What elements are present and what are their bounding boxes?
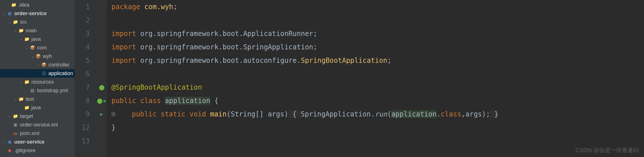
label: order-service — [14, 11, 47, 17]
line-number: 3 — [75, 27, 90, 40]
label: java — [31, 36, 41, 42]
label: .gitignore — [14, 148, 35, 154]
tree-item-iml[interactable]: ▣order-service.iml — [0, 120, 75, 129]
folder-icon: 📁 — [13, 19, 18, 25]
label: com — [37, 45, 47, 51]
iml-icon: ▣ — [13, 122, 18, 128]
line-number: 9 — [75, 107, 90, 121]
label: src — [20, 19, 27, 25]
label: test — [26, 96, 34, 102]
tree-item-main[interactable]: ⌄📁main — [0, 26, 75, 35]
tree-item-wyh[interactable]: ⌄📦wyh — [0, 52, 75, 61]
tree-item-order-service[interactable]: ⌄▣order-service — [0, 9, 75, 18]
module-icon: ▣ — [7, 139, 13, 145]
tree-item-test[interactable]: ⌄📁test — [0, 95, 75, 103]
run-gutter-icon[interactable]: ▶ — [104, 98, 107, 104]
package-icon: 📦 — [30, 45, 35, 51]
label: target — [20, 113, 33, 119]
module-icon: ▣ — [7, 11, 13, 16]
label: wyh — [43, 53, 52, 59]
label: order-service.iml — [20, 122, 58, 128]
label: application — [48, 71, 73, 77]
tree-item-application[interactable]: Ⓒapplication — [0, 69, 75, 78]
line-gutter: 1 2 3 4 5 6 7 8 9 12 13 — [75, 0, 97, 157]
line-number: 5 — [75, 54, 90, 67]
label: resources — [31, 79, 54, 85]
tree-item-controller[interactable]: ›📦controller — [0, 61, 75, 69]
gutter-marks: ⬤ ⬤▶ ▶ — [97, 0, 107, 157]
line-number: 13 — [75, 134, 90, 148]
line-number: 1 — [75, 0, 90, 13]
line-number: 7 — [75, 80, 90, 94]
package-icon: 📦 — [41, 62, 47, 68]
code-editor[interactable]: 1 2 3 4 5 6 7 8 9 12 13 ⬤ ⬤▶ ▶ package c… — [75, 0, 644, 157]
target-folder-icon: 📁 — [13, 113, 18, 119]
label: pom.xml — [20, 130, 39, 136]
tree-item-idea[interactable]: ›📁.idea — [0, 1, 75, 9]
folder-icon: 📁 — [18, 96, 24, 102]
test-folder-icon: 📁 — [24, 105, 30, 110]
watermark: CSDN @你是一块番薯吗 — [575, 146, 639, 154]
folder-icon: 📁 — [11, 2, 17, 8]
line-number: 6 — [75, 67, 90, 80]
fold-icon[interactable]: + — [111, 112, 115, 116]
tree-item-gitignore[interactable]: ◆.gitignore — [0, 146, 75, 155]
spring-gutter-icon[interactable]: ⬤ — [97, 98, 103, 104]
maven-icon: m — [13, 130, 18, 136]
source-folder-icon: 📁 — [24, 36, 30, 42]
class-icon: Ⓒ — [41, 71, 47, 76]
tree-item-src[interactable]: ⌄📁src — [0, 18, 75, 26]
line-number: 8 — [75, 94, 90, 107]
label: .idea — [18, 2, 29, 8]
label: java — [31, 105, 41, 111]
package-icon: 📦 — [35, 53, 41, 59]
line-number: 4 — [75, 40, 90, 54]
run-gutter-icon[interactable]: ▶ — [100, 111, 103, 117]
tree-item-user-service[interactable]: ›▣user-service — [0, 138, 75, 146]
resources-folder-icon: 📁 — [24, 79, 30, 85]
folder-icon: 📁 — [18, 28, 24, 33]
project-tree[interactable]: ›📁.idea ⌄▣order-service ⌄📁src ⌄📁main ⌄📁j… — [0, 0, 75, 157]
git-icon: ◆ — [7, 148, 13, 153]
code-area[interactable]: package com.wyh; import org.springframew… — [107, 0, 644, 157]
tree-item-java[interactable]: ⌄📁java — [0, 35, 75, 43]
tree-item-com[interactable]: ⌄📦com — [0, 43, 75, 52]
label: main — [26, 28, 37, 34]
tree-item-resources[interactable]: ⌄📁resources — [0, 78, 75, 86]
tree-item-pom[interactable]: mpom.xml — [0, 129, 75, 138]
tree-item-target[interactable]: ›📁target — [0, 112, 75, 120]
spring-gutter-icon[interactable]: ⬤ — [99, 84, 105, 90]
line-number: 12 — [75, 121, 90, 134]
label: user-service — [14, 139, 44, 145]
yaml-icon: ▤ — [30, 88, 35, 93]
tree-item-bootstrap[interactable]: ▤bootstrap.yml — [0, 86, 75, 95]
label: controller — [48, 62, 70, 68]
label: bootstrap.yml — [37, 88, 68, 94]
line-number: 2 — [75, 13, 90, 27]
tree-item-java-test[interactable]: 📁java — [0, 103, 75, 112]
